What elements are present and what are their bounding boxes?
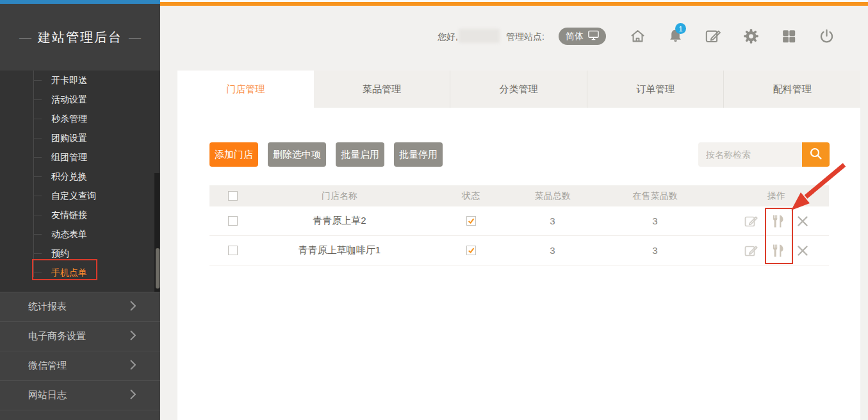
sidebar-item-dynamic-forms[interactable]: 动态表单 bbox=[0, 224, 160, 244]
sidebar-item-friend-links[interactable]: 友情链接 bbox=[0, 205, 160, 224]
sidebar-item-points-exchange[interactable]: 积分兑换 bbox=[0, 167, 160, 186]
edit-icon[interactable] bbox=[744, 214, 759, 229]
table-header-row: 门店名称 状态 菜品总数 在售菜品数 操作 bbox=[209, 185, 829, 206]
table-row: 青青原上草咖啡厅1 3 3 bbox=[209, 236, 829, 265]
monitor-icon bbox=[588, 30, 599, 42]
select-all-checkbox[interactable] bbox=[228, 191, 238, 201]
section-label: 电子商务设置 bbox=[28, 330, 130, 342]
sidebar-submenu: 开卡即送 活动设置 秒杀管理 团购设置 组团管理 积分兑换 自定义查询 友情链接… bbox=[0, 71, 160, 292]
sidebar-sections: 统计报表 电子商务设置 微信管理 网站日志 bbox=[0, 292, 160, 420]
logo-dash-left: — bbox=[19, 30, 31, 44]
store-name: 青青原上草咖啡厅1 bbox=[256, 244, 423, 256]
language-site-button[interactable]: 简体 bbox=[559, 28, 606, 45]
sidebar-item-group-manage[interactable]: 组团管理 bbox=[0, 147, 160, 167]
gear-icon[interactable] bbox=[742, 27, 760, 45]
main-area: 您好, 管理站点: 简体 1 bbox=[160, 6, 868, 420]
section-label: 网站日志 bbox=[28, 389, 130, 401]
admin-page: — 建站管理后台 — 开卡即送 活动设置 秒杀管理 团购设置 组团管理 积分兑换… bbox=[0, 0, 868, 420]
app-title: 建站管理后台 bbox=[38, 29, 122, 46]
row-checkbox[interactable] bbox=[228, 246, 238, 255]
sidebar-item-group-buy[interactable]: 团购设置 bbox=[0, 128, 160, 147]
sidebar-scrollbar-thumb[interactable] bbox=[156, 248, 160, 289]
chevron-right-icon bbox=[130, 360, 136, 372]
redacted-username bbox=[459, 29, 500, 43]
batch-disable-button[interactable]: 批量停用 bbox=[394, 142, 443, 167]
table-row: 青青原上草2 3 3 bbox=[209, 206, 829, 236]
chevron-right-icon bbox=[130, 301, 136, 313]
col-header-total-dishes: 菜品总数 bbox=[519, 190, 586, 202]
page-right-gutter bbox=[860, 6, 868, 420]
app-logo: — 建站管理后台 — bbox=[0, 4, 160, 71]
total-dishes-value: 3 bbox=[519, 245, 586, 256]
sidebar-item-custom-query[interactable]: 自定义查询 bbox=[0, 186, 160, 205]
tab-bar: 门店管理 菜品管理 分类管理 订单管理 配料管理 bbox=[177, 71, 860, 108]
delete-x-icon[interactable] bbox=[796, 244, 809, 257]
row-checkbox[interactable] bbox=[228, 216, 238, 226]
compose-icon[interactable] bbox=[704, 27, 722, 45]
status-checkbox-checked[interactable] bbox=[466, 216, 476, 226]
apps-grid-icon[interactable] bbox=[780, 27, 798, 45]
stores-table: 门店名称 状态 菜品总数 在售菜品数 操作 青青原上草2 3 3 bbox=[209, 185, 829, 265]
tab-store-management[interactable]: 门店管理 bbox=[177, 71, 314, 108]
fork-knife-icon[interactable] bbox=[769, 214, 786, 229]
col-header-store-name: 门店名称 bbox=[256, 190, 423, 202]
tab-dish-management[interactable]: 菜品管理 bbox=[314, 71, 451, 108]
chevron-right-icon bbox=[130, 389, 136, 401]
section-label: 微信管理 bbox=[28, 360, 130, 372]
delete-selected-button[interactable]: 删除选中项 bbox=[268, 142, 326, 167]
greeting-text: 您好, bbox=[438, 31, 458, 43]
search-input[interactable] bbox=[698, 142, 802, 167]
store-name: 青青原上草2 bbox=[256, 215, 423, 227]
col-header-status: 状态 bbox=[423, 190, 519, 202]
chevron-right-icon bbox=[130, 330, 136, 342]
sidebar-item-reservation[interactable]: 预约 bbox=[0, 244, 160, 263]
on-sale-dishes-value: 3 bbox=[586, 245, 724, 256]
col-header-operations: 操作 bbox=[724, 190, 829, 202]
sidebar-section-site-logs[interactable]: 网站日志 bbox=[0, 380, 160, 410]
header-icon-row: 1 bbox=[628, 27, 835, 45]
search-button[interactable] bbox=[802, 142, 830, 167]
sidebar-section-ecommerce[interactable]: 电子商务设置 bbox=[0, 321, 160, 351]
power-icon[interactable] bbox=[817, 27, 835, 45]
batch-enable-button[interactable]: 批量启用 bbox=[336, 142, 384, 167]
sidebar: — 建站管理后台 — 开卡即送 活动设置 秒杀管理 团购设置 组团管理 积分兑换… bbox=[0, 4, 160, 420]
tab-category-management[interactable]: 分类管理 bbox=[450, 71, 587, 108]
home-icon[interactable] bbox=[628, 27, 646, 45]
on-sale-dishes-value: 3 bbox=[586, 215, 724, 226]
sidebar-item-card-gift[interactable]: 开卡即送 bbox=[0, 71, 160, 90]
bell-icon[interactable]: 1 bbox=[666, 27, 684, 45]
sidebar-filler bbox=[0, 410, 160, 420]
fork-knife-icon[interactable] bbox=[769, 243, 786, 258]
col-header-on-sale-dishes: 在售菜品数 bbox=[586, 190, 724, 202]
search-icon bbox=[808, 146, 824, 164]
search-box bbox=[698, 142, 830, 167]
tab-ingredient-management[interactable]: 配料管理 bbox=[724, 71, 860, 108]
sidebar-section-wechat[interactable]: 微信管理 bbox=[0, 351, 160, 380]
managed-site-label: 管理站点: bbox=[506, 31, 545, 43]
edit-icon[interactable] bbox=[744, 243, 759, 258]
tab-order-management[interactable]: 订单管理 bbox=[587, 71, 725, 108]
toolbar: 添加门店 删除选中项 批量启用 批量停用 bbox=[209, 142, 443, 167]
section-label: 统计报表 bbox=[28, 301, 130, 313]
content-card: 添加门店 删除选中项 批量启用 批量停用 门店名称 状态 菜品总数 bbox=[177, 108, 860, 420]
sidebar-item-activity-settings[interactable]: 活动设置 bbox=[0, 90, 160, 109]
sidebar-section-statistics[interactable]: 统计报表 bbox=[0, 292, 160, 321]
status-checkbox-checked[interactable] bbox=[466, 246, 476, 255]
total-dishes-value: 3 bbox=[519, 215, 586, 226]
language-label: 简体 bbox=[566, 31, 584, 42]
add-store-button[interactable]: 添加门店 bbox=[209, 142, 258, 167]
sidebar-item-flash-sale[interactable]: 秒杀管理 bbox=[0, 109, 160, 128]
logo-dash-right: — bbox=[129, 30, 141, 44]
delete-x-icon[interactable] bbox=[796, 215, 809, 228]
notification-badge: 1 bbox=[675, 23, 686, 34]
sidebar-item-mobile-ordering[interactable]: 手机点单 bbox=[0, 263, 160, 282]
